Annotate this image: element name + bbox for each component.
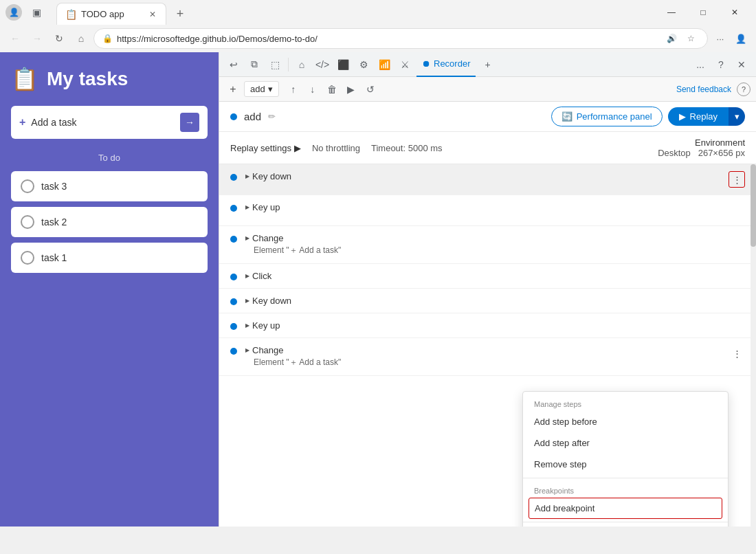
step-title-text: Click bbox=[252, 271, 271, 281]
scroll-up-button[interactable]: ↑ bbox=[285, 80, 302, 98]
profile-button[interactable]: 👤 bbox=[731, 29, 751, 48]
toggle-sidebar-button[interactable]: ⬚ bbox=[266, 56, 284, 74]
step-content: ▶ Change Element "＋ Add a task" bbox=[245, 345, 729, 368]
add-step-before-item[interactable]: Add step before bbox=[523, 411, 728, 432]
step-dot bbox=[230, 274, 237, 280]
avatar[interactable]: 👤 bbox=[5, 4, 22, 21]
back-button[interactable]: ← bbox=[5, 29, 25, 48]
replay-label: Replay bbox=[690, 111, 718, 122]
step-more-button-2[interactable]: ⋮ bbox=[729, 345, 745, 362]
perf-panel-icon: 🔄 bbox=[562, 111, 572, 122]
performance-tab[interactable]: 📶 bbox=[375, 56, 393, 74]
add-step-after-item[interactable]: Add step after bbox=[523, 432, 728, 454]
task-item[interactable]: task 2 bbox=[11, 207, 208, 237]
step-more-button[interactable]: ⋮ bbox=[729, 171, 745, 188]
breakpoints-section-label: Breakpoints bbox=[523, 481, 728, 498]
minimize-button[interactable]: — bbox=[656, 0, 687, 25]
sidebar-toggle[interactable]: ▣ bbox=[27, 3, 45, 21]
elements-tab[interactable]: ⌂ bbox=[293, 56, 311, 74]
step-title: ▶ Key up bbox=[245, 202, 729, 212]
inspect-element-button[interactable]: ↩ bbox=[225, 56, 243, 74]
close-button[interactable]: ✕ bbox=[719, 0, 751, 25]
replay-button[interactable]: ▶ Replay bbox=[668, 107, 729, 126]
step-dot bbox=[230, 236, 237, 243]
scroll-down-button[interactable]: ↓ bbox=[304, 80, 322, 98]
step-expand-icon: ▶ bbox=[245, 298, 249, 304]
tab-close-button[interactable]: ✕ bbox=[148, 8, 157, 21]
manage-steps-section-label: Manage steps bbox=[523, 395, 728, 411]
toolbar-separator bbox=[288, 58, 289, 71]
task-checkbox-3[interactable] bbox=[21, 251, 34, 265]
step-timeline bbox=[230, 271, 237, 280]
help-button[interactable]: ? bbox=[712, 56, 730, 74]
recorder-help-button[interactable]: ? bbox=[737, 82, 751, 96]
favorites-icon[interactable]: ☆ bbox=[682, 30, 699, 47]
read-aloud-icon[interactable]: 🔊 bbox=[663, 30, 680, 47]
forward-button[interactable]: → bbox=[27, 29, 47, 48]
recording-header: add ✏ 🔄 Performance panel ▶ Replay ▾ bbox=[219, 102, 756, 132]
network-tab[interactable]: ⚙ bbox=[355, 56, 373, 74]
recording-selector-dropdown[interactable]: add ▾ bbox=[244, 81, 279, 97]
scrollbar-thumb[interactable] bbox=[751, 164, 756, 247]
application-tab[interactable]: ⚔ bbox=[396, 56, 414, 74]
close-devtools-button[interactable]: ✕ bbox=[733, 56, 751, 74]
remove-step-item[interactable]: Remove step bbox=[523, 454, 728, 475]
recorder-tab-label: Recorder bbox=[434, 58, 470, 69]
step-title-text: Key up bbox=[252, 202, 280, 212]
url-bar[interactable]: 🔒 https://microsoftedge.github.io/Demos/… bbox=[93, 28, 708, 49]
add-breakpoint-item[interactable]: Add breakpoint bbox=[529, 498, 722, 519]
task-item[interactable]: task 1 bbox=[11, 243, 208, 273]
step-title: ▶ Key down bbox=[245, 296, 745, 306]
add-task-input[interactable]: Add a task bbox=[31, 117, 175, 128]
replay-settings-label[interactable]: Replay settings ▶ bbox=[230, 143, 301, 153]
delete-recording-button[interactable]: 🗑 bbox=[323, 80, 341, 98]
recorder-tab[interactable]: ⏺ Recorder bbox=[416, 52, 476, 77]
scrollbar-track[interactable] bbox=[751, 164, 756, 527]
browser-tab[interactable]: 📋 TODO app ✕ bbox=[56, 3, 166, 25]
add-task-bar[interactable]: + Add a task → bbox=[11, 106, 208, 139]
recorder-add-button[interactable]: + bbox=[225, 81, 241, 98]
recorder-toolbar-actions: ↑ ↓ 🗑 ▶ ↺ bbox=[285, 80, 379, 98]
tab-favicon: 📋 bbox=[65, 9, 77, 20]
step-item-change-2[interactable]: ▶ Change Element "＋ Add a task" ⋮ bbox=[219, 338, 756, 376]
refresh-button[interactable]: ↻ bbox=[49, 29, 69, 48]
home-button[interactable]: ⌂ bbox=[71, 29, 91, 48]
add-tab-button[interactable]: + bbox=[478, 56, 496, 74]
send-feedback-link[interactable]: Send feedback bbox=[676, 85, 731, 94]
performance-panel-button[interactable]: 🔄 Performance panel bbox=[551, 107, 663, 126]
step-item-change-1[interactable]: ▶ Change Element "＋ Add a task" bbox=[219, 226, 756, 264]
edit-recording-name-button[interactable]: ✏ bbox=[268, 111, 276, 122]
step-item-click-1[interactable]: ▶ Click bbox=[219, 264, 756, 289]
device-emulation-button[interactable]: ⧉ bbox=[245, 56, 263, 74]
more-tabs-button[interactable]: ... bbox=[691, 56, 709, 74]
add-task-submit-button[interactable]: → bbox=[180, 113, 199, 132]
replay-options-button[interactable]: ▾ bbox=[729, 107, 745, 126]
sources-tab[interactable]: ⬛ bbox=[334, 56, 352, 74]
main-content: 📋 My tasks + Add a task → To do task 3 t… bbox=[0, 52, 756, 527]
step-item-keyup-1[interactable]: ▶ Key up ⋮ bbox=[219, 195, 756, 226]
context-menu: Manage steps Add step before Add step af… bbox=[522, 391, 729, 527]
task-item[interactable]: task 3 bbox=[11, 171, 208, 201]
step-title-text: Change bbox=[252, 233, 284, 243]
steps-container[interactable]: ▶ Key down ⋮ ▶ Key up ⋮ bbox=[219, 164, 756, 527]
timeout-value: Timeout: 5000 ms bbox=[371, 143, 443, 153]
step-dot bbox=[230, 298, 237, 305]
devtools-toolbar: ↩ ⧉ ⬚ ⌂ </> ⬛ ⚙ 📶 ⚔ ⏺ Recorder + ... ? ✕ bbox=[219, 52, 756, 77]
todo-section-label: To do bbox=[11, 153, 208, 163]
step-content: ▶ Key up bbox=[245, 320, 745, 331]
loop-button[interactable]: ↺ bbox=[362, 80, 379, 98]
task-checkbox-2[interactable] bbox=[21, 215, 34, 229]
more-tools-button[interactable]: ··· bbox=[711, 29, 730, 48]
step-expand-icon: ▶ bbox=[245, 204, 249, 210]
step-content: ▶ Click bbox=[245, 271, 745, 281]
step-item-keyup-2[interactable]: ▶ Key up bbox=[219, 313, 756, 338]
console-tab[interactable]: </> bbox=[313, 56, 331, 74]
maximize-button[interactable]: □ bbox=[687, 0, 719, 25]
recorder-secondary-toolbar: + add ▾ ↑ ↓ 🗑 ▶ ↺ Send feedback ? bbox=[219, 77, 756, 102]
task-checkbox-1[interactable] bbox=[21, 179, 34, 193]
environment-value: Desktop 267×656 px bbox=[658, 148, 745, 158]
step-item-keydown-2[interactable]: ▶ Key down bbox=[219, 289, 756, 313]
new-tab-button[interactable]: + bbox=[169, 3, 191, 25]
play-button[interactable]: ▶ bbox=[342, 80, 360, 98]
step-item-keydown-1[interactable]: ▶ Key down ⋮ bbox=[219, 164, 756, 195]
